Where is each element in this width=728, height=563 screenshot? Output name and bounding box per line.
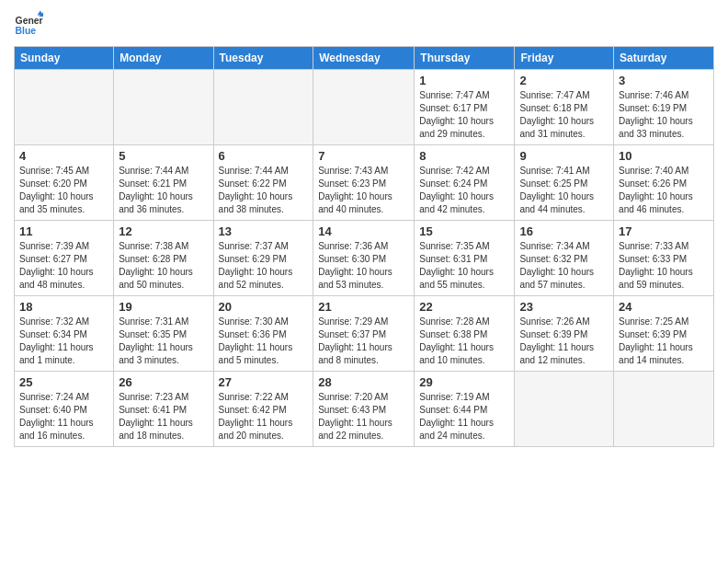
day-info: Sunrise: 7:34 AM Sunset: 6:32 PM Dayligh… bbox=[519, 240, 609, 292]
day-info: Sunrise: 7:20 AM Sunset: 6:43 PM Dayligh… bbox=[318, 391, 409, 442]
day-number: 18 bbox=[19, 300, 108, 314]
day-info: Sunrise: 7:35 AM Sunset: 6:31 PM Dayligh… bbox=[419, 240, 509, 292]
day-number: 19 bbox=[119, 300, 208, 314]
day-number: 23 bbox=[519, 300, 609, 314]
weekday-header-wednesday: Wednesday bbox=[313, 47, 415, 70]
day-info: Sunrise: 7:24 AM Sunset: 6:40 PM Dayligh… bbox=[19, 391, 108, 442]
calendar-cell bbox=[15, 70, 114, 145]
day-number: 2 bbox=[519, 74, 609, 87]
day-info: Sunrise: 7:29 AM Sunset: 6:37 PM Dayligh… bbox=[318, 316, 409, 367]
calendar-cell: 13Sunrise: 7:37 AM Sunset: 6:29 PM Dayli… bbox=[213, 221, 313, 296]
header: General Blue bbox=[14, 9, 714, 39]
calendar-cell bbox=[614, 372, 714, 447]
week-row-2: 4Sunrise: 7:45 AM Sunset: 6:20 PM Daylig… bbox=[15, 145, 714, 221]
calendar-cell bbox=[515, 372, 614, 447]
day-number: 29 bbox=[419, 375, 509, 389]
weekday-header-friday: Friday bbox=[515, 47, 614, 70]
day-number: 14 bbox=[318, 224, 409, 238]
calendar-cell: 14Sunrise: 7:36 AM Sunset: 6:30 PM Dayli… bbox=[313, 221, 415, 296]
day-number: 27 bbox=[219, 375, 309, 389]
day-number: 13 bbox=[219, 224, 309, 238]
calendar-cell: 29Sunrise: 7:19 AM Sunset: 6:44 PM Dayli… bbox=[415, 372, 515, 447]
calendar-cell: 6Sunrise: 7:44 AM Sunset: 6:22 PM Daylig… bbox=[213, 145, 313, 221]
day-number: 9 bbox=[519, 149, 609, 163]
calendar-page: General Blue SundayMondayTuesdayWednesda… bbox=[0, 0, 728, 563]
day-info: Sunrise: 7:19 AM Sunset: 6:44 PM Dayligh… bbox=[419, 391, 509, 442]
day-info: Sunrise: 7:28 AM Sunset: 6:38 PM Dayligh… bbox=[419, 316, 509, 367]
calendar-cell: 5Sunrise: 7:44 AM Sunset: 6:21 PM Daylig… bbox=[114, 145, 213, 221]
day-info: Sunrise: 7:39 AM Sunset: 6:27 PM Dayligh… bbox=[19, 240, 108, 292]
calendar-cell: 18Sunrise: 7:32 AM Sunset: 6:34 PM Dayli… bbox=[15, 296, 114, 372]
day-number: 4 bbox=[19, 149, 108, 163]
day-number: 22 bbox=[419, 300, 509, 314]
day-info: Sunrise: 7:42 AM Sunset: 6:24 PM Dayligh… bbox=[419, 165, 509, 216]
calendar-cell: 7Sunrise: 7:43 AM Sunset: 6:23 PM Daylig… bbox=[313, 145, 415, 221]
day-number: 21 bbox=[318, 300, 409, 314]
day-info: Sunrise: 7:43 AM Sunset: 6:23 PM Dayligh… bbox=[318, 165, 409, 216]
calendar-cell: 19Sunrise: 7:31 AM Sunset: 6:35 PM Dayli… bbox=[114, 296, 213, 372]
calendar-cell: 17Sunrise: 7:33 AM Sunset: 6:33 PM Dayli… bbox=[614, 221, 714, 296]
calendar-cell: 27Sunrise: 7:22 AM Sunset: 6:42 PM Dayli… bbox=[213, 372, 313, 447]
weekday-header-row: SundayMondayTuesdayWednesdayThursdayFrid… bbox=[15, 47, 714, 70]
logo-icon: General Blue bbox=[14, 9, 43, 39]
day-number: 28 bbox=[318, 375, 409, 389]
calendar-cell: 12Sunrise: 7:38 AM Sunset: 6:28 PM Dayli… bbox=[114, 221, 213, 296]
day-info: Sunrise: 7:38 AM Sunset: 6:28 PM Dayligh… bbox=[119, 240, 208, 292]
calendar-cell: 16Sunrise: 7:34 AM Sunset: 6:32 PM Dayli… bbox=[515, 221, 614, 296]
day-number: 20 bbox=[219, 300, 309, 314]
day-info: Sunrise: 7:41 AM Sunset: 6:25 PM Dayligh… bbox=[519, 165, 609, 216]
day-number: 24 bbox=[619, 300, 709, 314]
calendar-cell: 20Sunrise: 7:30 AM Sunset: 6:36 PM Dayli… bbox=[213, 296, 313, 372]
calendar-cell: 22Sunrise: 7:28 AM Sunset: 6:38 PM Dayli… bbox=[415, 296, 515, 372]
day-number: 17 bbox=[619, 224, 709, 238]
day-info: Sunrise: 7:36 AM Sunset: 6:30 PM Dayligh… bbox=[318, 240, 409, 292]
day-number: 8 bbox=[419, 149, 509, 163]
day-info: Sunrise: 7:31 AM Sunset: 6:35 PM Dayligh… bbox=[119, 316, 208, 367]
day-info: Sunrise: 7:44 AM Sunset: 6:21 PM Dayligh… bbox=[119, 165, 208, 216]
day-number: 5 bbox=[119, 149, 208, 163]
calendar-cell: 2Sunrise: 7:47 AM Sunset: 6:18 PM Daylig… bbox=[515, 70, 614, 145]
calendar-cell: 11Sunrise: 7:39 AM Sunset: 6:27 PM Dayli… bbox=[15, 221, 114, 296]
day-info: Sunrise: 7:44 AM Sunset: 6:22 PM Dayligh… bbox=[219, 165, 309, 216]
calendar-cell: 24Sunrise: 7:25 AM Sunset: 6:39 PM Dayli… bbox=[614, 296, 714, 372]
day-info: Sunrise: 7:23 AM Sunset: 6:41 PM Dayligh… bbox=[119, 391, 208, 442]
svg-text:General: General bbox=[16, 16, 43, 26]
day-number: 10 bbox=[619, 149, 709, 163]
calendar-cell: 21Sunrise: 7:29 AM Sunset: 6:37 PM Dayli… bbox=[313, 296, 415, 372]
week-row-5: 25Sunrise: 7:24 AM Sunset: 6:40 PM Dayli… bbox=[15, 372, 714, 447]
day-info: Sunrise: 7:47 AM Sunset: 6:17 PM Dayligh… bbox=[419, 89, 509, 141]
day-info: Sunrise: 7:47 AM Sunset: 6:18 PM Dayligh… bbox=[519, 89, 609, 141]
day-info: Sunrise: 7:40 AM Sunset: 6:26 PM Dayligh… bbox=[619, 165, 709, 216]
day-info: Sunrise: 7:33 AM Sunset: 6:33 PM Dayligh… bbox=[619, 240, 709, 292]
calendar-cell: 3Sunrise: 7:46 AM Sunset: 6:19 PM Daylig… bbox=[614, 70, 714, 145]
weekday-header-thursday: Thursday bbox=[415, 47, 515, 70]
week-row-3: 11Sunrise: 7:39 AM Sunset: 6:27 PM Dayli… bbox=[15, 221, 714, 296]
day-number: 6 bbox=[219, 149, 309, 163]
calendar-cell: 28Sunrise: 7:20 AM Sunset: 6:43 PM Dayli… bbox=[313, 372, 415, 447]
day-number: 1 bbox=[419, 74, 509, 87]
calendar-cell: 23Sunrise: 7:26 AM Sunset: 6:39 PM Dayli… bbox=[515, 296, 614, 372]
weekday-header-saturday: Saturday bbox=[614, 47, 714, 70]
weekday-header-sunday: Sunday bbox=[15, 47, 114, 70]
calendar-cell bbox=[114, 70, 213, 145]
day-info: Sunrise: 7:37 AM Sunset: 6:29 PM Dayligh… bbox=[219, 240, 309, 292]
calendar-cell: 10Sunrise: 7:40 AM Sunset: 6:26 PM Dayli… bbox=[614, 145, 714, 221]
weekday-header-monday: Monday bbox=[114, 47, 213, 70]
calendar-cell: 15Sunrise: 7:35 AM Sunset: 6:31 PM Dayli… bbox=[415, 221, 515, 296]
day-number: 15 bbox=[419, 224, 509, 238]
calendar-cell: 26Sunrise: 7:23 AM Sunset: 6:41 PM Dayli… bbox=[114, 372, 213, 447]
day-number: 3 bbox=[619, 74, 709, 87]
day-info: Sunrise: 7:32 AM Sunset: 6:34 PM Dayligh… bbox=[19, 316, 108, 367]
calendar-cell: 8Sunrise: 7:42 AM Sunset: 6:24 PM Daylig… bbox=[415, 145, 515, 221]
calendar-cell bbox=[213, 70, 313, 145]
day-info: Sunrise: 7:26 AM Sunset: 6:39 PM Dayligh… bbox=[519, 316, 609, 367]
weekday-header-tuesday: Tuesday bbox=[213, 47, 313, 70]
calendar-cell: 1Sunrise: 7:47 AM Sunset: 6:17 PM Daylig… bbox=[415, 70, 515, 145]
day-number: 25 bbox=[19, 375, 108, 389]
calendar-cell bbox=[313, 70, 415, 145]
day-number: 11 bbox=[19, 224, 108, 238]
logo: General Blue bbox=[14, 9, 43, 39]
svg-text:Blue: Blue bbox=[16, 26, 37, 36]
day-number: 26 bbox=[119, 375, 208, 389]
week-row-4: 18Sunrise: 7:32 AM Sunset: 6:34 PM Dayli… bbox=[15, 296, 714, 372]
